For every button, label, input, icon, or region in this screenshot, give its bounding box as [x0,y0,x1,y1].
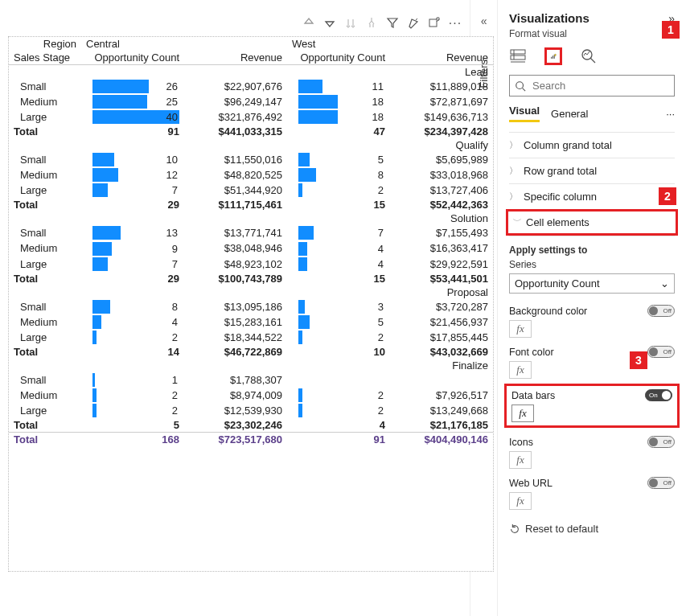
data-bars-label: Data bars [511,390,555,401]
chevron-right-icon: 〉 [509,191,519,203]
svg-rect-2 [511,55,525,60]
collapse-icon[interactable]: « [481,14,487,27]
callout-3: 3 [630,351,647,369]
table-grand-total[interactable]: Total168$723,517,68091$404,490,146 [9,432,493,446]
callout-2: 2 [659,187,676,205]
spotlight-icon[interactable] [407,16,420,31]
tab-general[interactable]: General [551,108,588,120]
apply-settings-label: Apply settings to [509,244,675,256]
svg-rect-6 [552,55,553,59]
focus-icon[interactable] [428,16,441,31]
svg-rect-1 [511,50,525,54]
svg-rect-5 [551,57,552,59]
table-row[interactable]: Medium9$38,048,9464$16,363,417 [9,240,493,256]
icons-fx[interactable]: fx [509,451,532,469]
more-tabs-icon[interactable]: ··· [666,108,675,120]
pane-subtitle: Format visual [509,28,675,39]
weburl-fx[interactable]: fx [509,492,532,510]
bg-color-label: Background color [509,306,587,317]
bg-color-fx[interactable]: fx [509,320,532,338]
acc-column-grand-total[interactable]: 〉 Column grand total [509,132,675,158]
tab-visual[interactable]: Visual [509,105,540,122]
font-color-fx[interactable]: fx [509,361,532,379]
icons-label: Icons [509,437,533,448]
bg-color-toggle[interactable]: Off [647,305,675,317]
visual-toolbar: ··· [302,16,462,31]
data-bars-toggle[interactable]: On [645,389,672,401]
nav-up-icon[interactable] [302,16,315,31]
table-row[interactable]: Small13$13,771,7417$7,155,493 [9,225,493,240]
table-row[interactable]: Medium12$48,820,5258$33,018,968 [9,167,493,183]
table-row[interactable]: Small10$11,550,0165$5,695,989 [9,152,493,167]
chevron-right-icon: 〉 [509,139,519,151]
build-visual-icon[interactable] [509,47,527,65]
callout-1: 1 [662,21,680,39]
format-tab-icons [509,47,675,65]
table-row[interactable]: Small8$13,095,1863$3,720,287 [9,299,493,314]
chevron-right-icon: 〉 [509,165,519,177]
search-icon [515,80,526,92]
report-canvas: ··· RegionCentralWestSales StageOpportun… [0,0,470,616]
weburl-label: Web URL [509,478,552,489]
nav-down-icon[interactable] [323,16,336,31]
reset-to-default[interactable]: Reset to default [509,523,675,535]
chevron-down-icon: ⌄ [660,277,669,290]
chevron-down-icon: 〉 [511,218,523,228]
table-row[interactable]: Medium25$96,249,14718$72,871,697 [9,94,493,109]
svg-line-9 [590,58,595,63]
table-subtotal[interactable]: Total29$100,743,78915$53,441,501 [9,272,493,285]
acc-row-grand-total[interactable]: 〉 Row grand total [509,158,675,183]
table-row[interactable]: Large2$18,344,5222$17,855,445 [9,330,493,345]
table-row[interactable]: Medium4$15,283,1615$21,456,937 [9,314,493,330]
table-row[interactable]: Large7$51,344,9202$13,727,406 [9,183,493,198]
filters-label: Filters [478,60,490,88]
table-subtotal[interactable]: Total29$111,715,46115$52,442,363 [9,198,493,211]
table-subtotal[interactable]: Total91$441,033,31547$234,397,428 [9,125,493,138]
more-icon[interactable]: ··· [449,16,462,31]
svg-line-11 [523,88,526,91]
filter-icon[interactable] [386,16,399,31]
table-row[interactable]: Large7$48,923,1024$29,922,591 [9,257,493,272]
data-bars-fx[interactable]: fx [511,405,534,422]
series-label: Series [509,259,675,270]
table-row[interactable]: Small26$22,907,67611$11,889,018 [9,79,493,94]
weburl-toggle[interactable]: Off [647,477,675,489]
reset-icon [509,524,520,535]
matrix-visual[interactable]: RegionCentralWestSales StageOpportunity … [8,36,494,572]
table-subtotal[interactable]: Total14$46,722,86910$43,032,669 [9,345,493,359]
series-select[interactable]: Opportunity Count ⌄ [509,273,675,294]
drill-icon[interactable] [344,16,357,31]
table-row[interactable]: Large2$12,539,9302$13,249,668 [9,403,493,418]
table-row[interactable]: Small1$1,788,307 [9,372,493,388]
svg-point-10 [516,81,524,88]
expand-icon[interactable] [365,16,378,31]
acc-cell-elements[interactable]: 〉 Cell elements [506,209,678,236]
format-visual-icon[interactable] [544,47,562,65]
pane-title: Visualizations [509,11,589,25]
acc-specific-column[interactable]: 〉 Specific column 2 [509,183,675,209]
analytics-icon[interactable] [580,47,598,65]
table-subtotal[interactable]: Total5$23,302,2464$21,176,185 [9,418,493,433]
font-color-toggle[interactable]: Off [647,346,675,358]
font-color-label: Font color [509,347,554,358]
visualizations-pane: Visualizations » Format visual 1 Visual … [498,0,686,616]
search-input[interactable] [531,79,669,92]
icons-toggle[interactable]: Off [647,436,675,448]
table-row[interactable]: Large40$321,876,49218$149,636,713 [9,109,493,125]
search-box[interactable] [509,75,675,97]
svg-rect-0 [429,19,437,27]
table-row[interactable]: Medium2$8,974,0092$7,926,517 [9,388,493,403]
